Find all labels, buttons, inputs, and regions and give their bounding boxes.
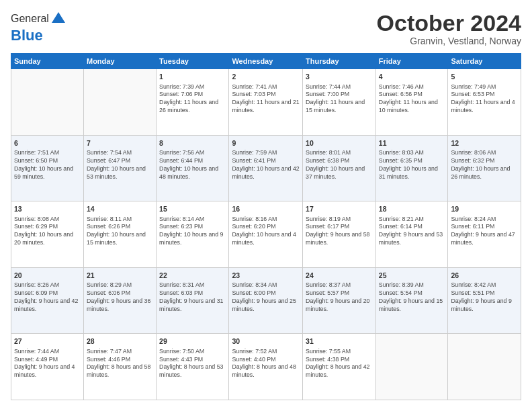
weekday-header-row: SundayMondayTuesdayWednesdayThursdayFrid… (11, 54, 521, 69)
calendar-week-row: 6Sunrise: 7:51 AMSunset: 6:50 PMDaylight… (11, 135, 521, 201)
day-number: 26 (451, 271, 518, 280)
day-info: Sunrise: 7:52 AMSunset: 4:40 PMDaylight:… (232, 348, 300, 380)
day-number: 4 (379, 72, 445, 81)
day-number: 22 (159, 271, 226, 280)
day-info: Sunrise: 7:49 AMSunset: 6:53 PMDaylight:… (451, 83, 518, 116)
calendar-cell: 25Sunrise: 8:39 AMSunset: 5:54 PMDayligh… (375, 267, 448, 334)
calendar-cell: 10Sunrise: 8:01 AMSunset: 6:38 PMDayligh… (303, 135, 376, 201)
day-info: Sunrise: 8:06 AMSunset: 6:32 PMDaylight:… (451, 149, 518, 181)
calendar-cell: 11Sunrise: 8:03 AMSunset: 6:35 PMDayligh… (375, 135, 448, 201)
day-number: 24 (306, 271, 373, 280)
calendar-cell (375, 334, 448, 400)
day-number: 14 (87, 204, 153, 214)
calendar-cell: 14Sunrise: 8:11 AMSunset: 6:26 PMDayligh… (83, 201, 156, 268)
calendar-cell: 20Sunrise: 8:26 AMSunset: 6:09 PMDayligh… (11, 267, 84, 334)
day-info: Sunrise: 8:14 AMSunset: 6:23 PMDaylight:… (159, 216, 226, 248)
day-number: 13 (14, 204, 81, 214)
day-info: Sunrise: 8:16 AMSunset: 6:20 PMDaylight:… (232, 216, 300, 248)
calendar-week-row: 13Sunrise: 8:08 AMSunset: 6:29 PMDayligh… (11, 201, 521, 268)
day-info: Sunrise: 7:44 AMSunset: 4:49 PMDaylight:… (14, 348, 81, 380)
day-number: 1 (159, 72, 226, 81)
day-info: Sunrise: 7:44 AMSunset: 7:00 PMDaylight:… (306, 83, 373, 116)
day-number: 2 (232, 72, 300, 81)
day-info: Sunrise: 8:26 AMSunset: 6:09 PMDaylight:… (14, 281, 81, 314)
day-info: Sunrise: 8:31 AMSunset: 6:03 PMDaylight:… (159, 281, 226, 314)
day-number: 25 (379, 271, 445, 280)
day-number: 7 (87, 138, 153, 148)
day-number: 5 (451, 72, 518, 81)
location: Granvin, Vestland, Norway (377, 36, 521, 46)
calendar-cell: 16Sunrise: 8:16 AMSunset: 6:20 PMDayligh… (229, 201, 303, 268)
day-info: Sunrise: 7:41 AMSunset: 7:03 PMDaylight:… (232, 83, 300, 116)
day-info: Sunrise: 7:47 AMSunset: 4:46 PMDaylight:… (87, 348, 153, 380)
calendar-cell: 15Sunrise: 8:14 AMSunset: 6:23 PMDayligh… (157, 201, 229, 268)
calendar-cell: 24Sunrise: 8:37 AMSunset: 5:57 PMDayligh… (303, 267, 376, 334)
day-number: 20 (14, 271, 81, 280)
day-info: Sunrise: 7:59 AMSunset: 6:41 PMDaylight:… (232, 149, 300, 181)
title-block: October 2024 Granvin, Vestland, Norway (377, 11, 521, 46)
calendar-cell: 18Sunrise: 8:21 AMSunset: 6:14 PMDayligh… (375, 201, 448, 268)
calendar-cell: 17Sunrise: 8:19 AMSunset: 6:17 PMDayligh… (303, 201, 376, 268)
day-number: 28 (87, 336, 153, 346)
day-number: 17 (306, 204, 373, 214)
day-number: 10 (306, 138, 373, 148)
day-info: Sunrise: 8:01 AMSunset: 6:38 PMDaylight:… (306, 149, 373, 181)
weekday-header: Sunday (11, 54, 84, 69)
day-number: 3 (306, 72, 373, 81)
calendar-cell: 2Sunrise: 7:41 AMSunset: 7:03 PMDaylight… (229, 69, 303, 136)
day-number: 18 (379, 204, 445, 214)
day-info: Sunrise: 8:08 AMSunset: 6:29 PMDaylight:… (14, 216, 81, 248)
day-info: Sunrise: 8:19 AMSunset: 6:17 PMDaylight:… (306, 216, 373, 248)
calendar-cell: 31Sunrise: 7:55 AMSunset: 4:38 PMDayligh… (303, 334, 376, 400)
calendar-cell: 3Sunrise: 7:44 AMSunset: 7:00 PMDaylight… (303, 69, 376, 136)
calendar-cell: 6Sunrise: 7:51 AMSunset: 6:50 PMDaylight… (11, 135, 84, 201)
calendar-cell: 19Sunrise: 8:24 AMSunset: 6:11 PMDayligh… (448, 201, 521, 268)
calendar-cell: 4Sunrise: 7:46 AMSunset: 6:56 PMDaylight… (375, 69, 448, 136)
weekday-header: Monday (83, 54, 156, 69)
calendar-cell: 21Sunrise: 8:29 AMSunset: 6:06 PMDayligh… (83, 267, 156, 334)
calendar-week-row: 27Sunrise: 7:44 AMSunset: 4:49 PMDayligh… (11, 334, 521, 400)
day-number: 11 (379, 138, 445, 148)
day-number: 21 (87, 271, 153, 280)
day-info: Sunrise: 8:37 AMSunset: 5:57 PMDaylight:… (306, 281, 373, 314)
calendar-cell: 5Sunrise: 7:49 AMSunset: 6:53 PMDaylight… (448, 69, 521, 136)
logo-icon (50, 11, 66, 27)
day-number: 6 (14, 138, 81, 148)
day-info: Sunrise: 8:39 AMSunset: 5:54 PMDaylight:… (379, 281, 445, 314)
day-number: 31 (306, 336, 373, 346)
calendar-week-row: 20Sunrise: 8:26 AMSunset: 6:09 PMDayligh… (11, 267, 521, 334)
calendar-cell: 26Sunrise: 8:42 AMSunset: 5:51 PMDayligh… (448, 267, 521, 334)
day-info: Sunrise: 7:56 AMSunset: 6:44 PMDaylight:… (159, 149, 226, 181)
calendar-cell (448, 334, 521, 400)
weekday-header: Tuesday (157, 54, 229, 69)
day-info: Sunrise: 7:54 AMSunset: 6:47 PMDaylight:… (87, 149, 153, 181)
day-info: Sunrise: 8:24 AMSunset: 6:11 PMDaylight:… (451, 216, 518, 248)
day-number: 9 (232, 138, 300, 148)
day-info: Sunrise: 8:34 AMSunset: 6:00 PMDaylight:… (232, 281, 300, 314)
header: General Blue October 2024 Granvin, Vestl… (11, 11, 521, 46)
calendar-cell: 13Sunrise: 8:08 AMSunset: 6:29 PMDayligh… (11, 201, 84, 268)
logo-general-text: General (11, 13, 49, 25)
logo: General Blue (11, 11, 66, 44)
day-info: Sunrise: 8:42 AMSunset: 5:51 PMDaylight:… (451, 281, 518, 314)
calendar-cell (11, 69, 84, 136)
day-info: Sunrise: 7:55 AMSunset: 4:38 PMDaylight:… (306, 348, 373, 380)
day-info: Sunrise: 8:11 AMSunset: 6:26 PMDaylight:… (87, 216, 153, 248)
day-number: 19 (451, 204, 518, 214)
day-number: 27 (14, 336, 81, 346)
weekday-header: Wednesday (229, 54, 303, 69)
day-number: 12 (451, 138, 518, 148)
day-info: Sunrise: 7:39 AMSunset: 7:06 PMDaylight:… (159, 83, 226, 116)
day-info: Sunrise: 8:03 AMSunset: 6:35 PMDaylight:… (379, 149, 445, 181)
day-info: Sunrise: 7:50 AMSunset: 4:43 PMDaylight:… (159, 348, 226, 380)
page: General Blue October 2024 Granvin, Vestl… (0, 0, 532, 411)
calendar-cell: 8Sunrise: 7:56 AMSunset: 6:44 PMDaylight… (157, 135, 229, 201)
day-info: Sunrise: 7:46 AMSunset: 6:56 PMDaylight:… (379, 83, 445, 116)
calendar-cell: 7Sunrise: 7:54 AMSunset: 6:47 PMDaylight… (83, 135, 156, 201)
weekday-header: Saturday (448, 54, 521, 69)
day-number: 30 (232, 336, 300, 346)
calendar-week-row: 1Sunrise: 7:39 AMSunset: 7:06 PMDaylight… (11, 69, 521, 136)
day-info: Sunrise: 8:29 AMSunset: 6:06 PMDaylight:… (87, 281, 153, 314)
day-number: 29 (159, 336, 226, 346)
day-info: Sunrise: 8:21 AMSunset: 6:14 PMDaylight:… (379, 216, 445, 248)
